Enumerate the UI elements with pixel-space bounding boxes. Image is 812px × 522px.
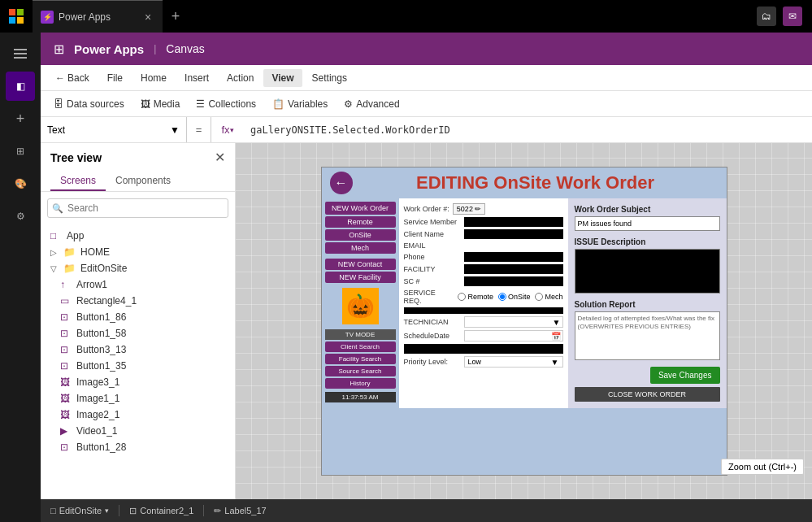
tree-item-arrow1[interactable]: ↑ Arrow1: [41, 276, 235, 293]
remote-button[interactable]: Remote: [325, 216, 396, 228]
tv-mode-label: TV MODE: [325, 329, 396, 340]
property-dropdown[interactable]: Text ▼: [41, 117, 187, 142]
taskbar-file-icon[interactable]: 🗂: [757, 7, 776, 26]
work-order-value[interactable]: 5022 ✏: [453, 203, 486, 215]
menu-bar: ← Back File Home Insert Action View Sett…: [41, 65, 812, 91]
schedule-date-row: ScheduleDate 📅: [404, 330, 563, 341]
form-right-panel: Work Order Subject PM issues found ISSUE…: [568, 198, 727, 408]
tree-item-image3-1[interactable]: 🖼 Image3_1: [41, 374, 235, 390]
fx-icon: fx: [221, 124, 229, 136]
tree-item-rectangle4-1[interactable]: ▭ Rectangle4_1: [41, 293, 235, 309]
file-menu-item[interactable]: File: [99, 69, 131, 87]
insert-menu-item[interactable]: Insert: [176, 69, 217, 87]
tree-item-editonsite[interactable]: ▽ 📁 EditOnSite: [41, 260, 235, 276]
tree-item-video1-1[interactable]: ▶ Video1_1: [41, 423, 235, 439]
screen-status[interactable]: □ EditOnSite ▾: [50, 506, 109, 515]
priority-row: Priority Level: Low ▼: [404, 356, 563, 368]
email-row: EMAIL: [404, 241, 563, 250]
sidebar-layers-icon[interactable]: ◧: [6, 72, 35, 101]
windows-button[interactable]: [0, 0, 33, 33]
back-button[interactable]: ←: [330, 172, 353, 194]
tree-item-home[interactable]: ▷ 📁 HOME: [41, 244, 235, 260]
mech-button[interactable]: Mech: [325, 242, 396, 254]
home-menu-item[interactable]: Home: [132, 69, 175, 87]
sidebar-paint-icon[interactable]: 🎨: [6, 169, 35, 198]
new-facility-button[interactable]: NEW Facility: [325, 272, 396, 283]
pumpkin-image: 🎃: [342, 288, 379, 324]
tab-components[interactable]: Components: [106, 172, 180, 191]
new-work-order-button[interactable]: NEW Work Order: [325, 202, 396, 215]
new-tab-button[interactable]: +: [163, 0, 189, 33]
radio-remote-input[interactable]: [458, 293, 466, 301]
expand-icon: ▽: [50, 264, 59, 273]
facility-search-button[interactable]: Facility Search: [325, 354, 396, 364]
collections-button[interactable]: ☰ Collections: [189, 96, 263, 112]
save-changes-button[interactable]: Save Changes: [650, 367, 720, 384]
advanced-button[interactable]: ⚙ Advanced: [337, 96, 406, 112]
sidebar-data-icon[interactable]: ⊞: [6, 137, 35, 166]
solution-report-textarea[interactable]: Detailed log of attempted fixes/What was…: [575, 311, 720, 360]
container-status[interactable]: ⊡ Container2_1: [129, 506, 193, 516]
taskbar-mail-icon[interactable]: ✉: [783, 7, 802, 26]
app-grid-icon[interactable]: ⊞: [54, 41, 64, 57]
view-menu-item[interactable]: View: [263, 69, 302, 87]
dropdown-arrow-icon: ▼: [551, 358, 559, 367]
data-sources-button[interactable]: 🗄 Data sources: [47, 96, 131, 112]
formula-fx-button[interactable]: fx ▾: [211, 124, 244, 136]
issue-description-input[interactable]: [575, 249, 720, 294]
radio-remote[interactable]: Remote: [458, 293, 493, 301]
tree-item-button1-28[interactable]: ⊡ Button1_28: [41, 439, 235, 455]
onsite-button[interactable]: OnSite: [325, 229, 396, 241]
browser-tab-active[interactable]: ⚡ Power Apps ×: [33, 0, 163, 33]
sidebar-hamburger[interactable]: [6, 39, 35, 68]
priority-label: Priority Level:: [404, 358, 461, 366]
back-menu-item[interactable]: ← Back: [47, 69, 98, 87]
formula-input[interactable]: gaLleryONSITE.Selected.WorkOrderID: [244, 124, 812, 136]
work-order-subject-input[interactable]: PM issues found: [575, 216, 720, 231]
sidebar-add-icon[interactable]: +: [6, 104, 35, 133]
client-search-button[interactable]: Client Search: [325, 341, 396, 352]
close-work-order-button[interactable]: CLOSE WORK ORDER: [575, 387, 720, 402]
tree-item-button3-13[interactable]: ⊡ Button3_13: [41, 341, 235, 358]
tree-item-button1-35[interactable]: ⊡ Button1_35: [41, 358, 235, 374]
tree-item-label: Video1_1: [76, 425, 118, 437]
tree-item-image2-1[interactable]: 🖼 Image2_1: [41, 407, 235, 423]
tree-item-label: Image3_1: [76, 376, 119, 388]
service-member-label: Service Member: [404, 218, 461, 226]
tree-item-app[interactable]: □ App: [41, 228, 235, 244]
radio-mech[interactable]: Mech: [535, 293, 562, 301]
new-contact-button[interactable]: NEW Contact: [325, 259, 396, 270]
search-input[interactable]: [47, 198, 228, 218]
label-status[interactable]: ✏ Label5_17: [214, 506, 266, 516]
history-button[interactable]: History: [325, 378, 396, 389]
tree-item-image1-1[interactable]: 🖼 Image1_1: [41, 390, 235, 407]
canvas-area[interactable]: ← EDITING OnSite Work Order NEW Work Ord…: [236, 143, 812, 499]
variables-button[interactable]: 📋 Variables: [266, 96, 334, 112]
schedule-date-picker[interactable]: 📅: [464, 330, 563, 341]
radio-onsite[interactable]: OnSite: [498, 293, 531, 301]
data-sources-icon: 🗄: [54, 98, 63, 110]
action-menu-item[interactable]: Action: [219, 69, 262, 87]
media-button[interactable]: 🖼 Media: [134, 96, 187, 112]
facility-label: FACILITY: [404, 265, 461, 273]
tree-close-button[interactable]: ✕: [215, 150, 225, 165]
formula-equals: =: [187, 117, 211, 142]
tree-item-button1-58[interactable]: ⊡ Button1_58: [41, 325, 235, 341]
radio-mech-input[interactable]: [535, 293, 543, 301]
dropdown-arrow-icon: ▼: [170, 124, 180, 136]
tree-item-button1-86[interactable]: ⊡ Button1_86: [41, 309, 235, 325]
tab-title: Power Apps: [59, 11, 137, 23]
tab-close-button[interactable]: ×: [141, 11, 154, 24]
sc-row: SC #: [404, 276, 563, 286]
technician-dropdown[interactable]: ▼: [464, 316, 563, 328]
tree-item-label: Button3_13: [76, 344, 126, 355]
priority-dropdown[interactable]: Low ▼: [464, 356, 563, 368]
source-search-button[interactable]: Source Search: [325, 366, 396, 376]
service-req-row: SERVICE REQ. Remote OnSite: [404, 289, 563, 305]
tab-screens[interactable]: Screens: [50, 172, 106, 191]
issue-description-label: ISSUE Description: [575, 237, 720, 246]
settings-menu-item[interactable]: Settings: [304, 69, 355, 87]
sidebar-settings-icon[interactable]: ⚙: [6, 202, 35, 231]
radio-onsite-input[interactable]: [498, 293, 506, 301]
app-header: ⊞ Power Apps | Canvas: [41, 33, 812, 65]
